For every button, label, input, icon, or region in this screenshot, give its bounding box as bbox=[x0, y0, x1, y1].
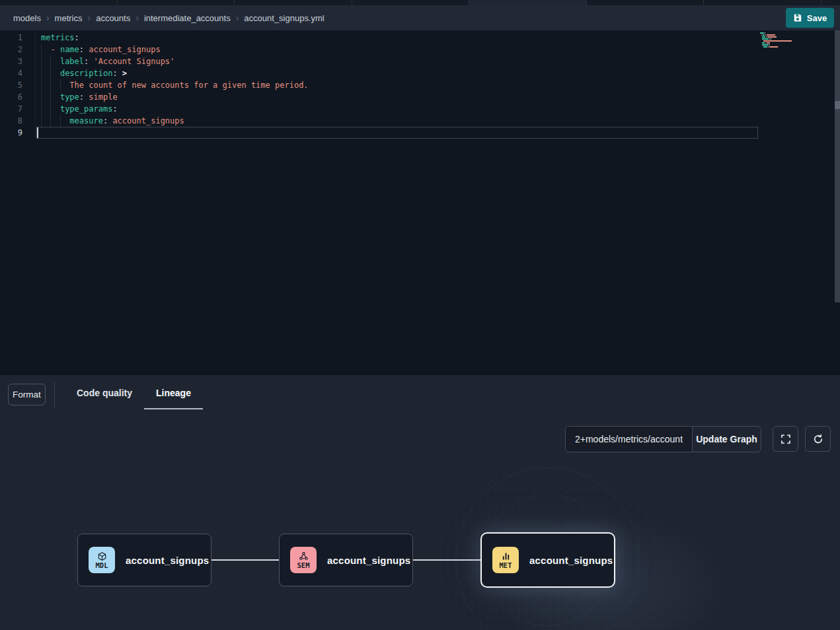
indent-guide bbox=[41, 79, 42, 91]
editor-scrollbar[interactable] bbox=[835, 30, 840, 302]
cursor-line-box bbox=[36, 127, 758, 139]
file-tab-0[interactable] bbox=[0, 0, 118, 5]
node-label: account_signups bbox=[529, 555, 613, 566]
file-tab-1[interactable] bbox=[118, 0, 235, 5]
badge-label: MET bbox=[500, 562, 512, 569]
lineage-node-model[interactable]: MDL account_signups bbox=[77, 534, 211, 586]
node-label: account_signups bbox=[126, 555, 209, 566]
save-button-label: Save bbox=[807, 13, 827, 23]
metric-icon bbox=[501, 551, 511, 561]
file-tab-2[interactable] bbox=[235, 0, 352, 5]
indent-guide bbox=[41, 44, 42, 55]
fullscreen-icon bbox=[781, 434, 791, 444]
breadcrumb: models›metrics›accounts›intermediate_acc… bbox=[13, 5, 325, 30]
badge-label: SEM bbox=[297, 562, 310, 569]
line-number: 3 bbox=[0, 55, 36, 67]
format-button[interactable]: Format bbox=[8, 384, 46, 405]
panel-divider bbox=[54, 382, 55, 408]
model-badge: MDL bbox=[89, 547, 115, 573]
indent-guide bbox=[60, 79, 61, 91]
file-tab-4[interactable] bbox=[469, 0, 587, 5]
indent-guide bbox=[41, 91, 42, 103]
node-label: account_signups bbox=[327, 555, 410, 566]
breadcrumb-chevron-icon: › bbox=[46, 13, 50, 22]
breadcrumb-bar: models›metrics›accounts›intermediate_acc… bbox=[0, 5, 840, 30]
code-line-6[interactable]: 6 type: simple bbox=[0, 91, 840, 103]
line-number: 6 bbox=[0, 91, 36, 103]
lineage-selector: Update Graph bbox=[565, 426, 761, 452]
code-line-9[interactable]: 9 bbox=[0, 127, 840, 139]
indent-guide bbox=[41, 55, 42, 67]
code-lines[interactable]: 1metrics:2 - name: account_signups3 labe… bbox=[0, 32, 840, 139]
lineage-selector-input[interactable] bbox=[566, 427, 692, 452]
breadcrumb-chevron-icon: › bbox=[135, 13, 139, 22]
metric-badge: MET bbox=[492, 547, 519, 573]
indent-guide bbox=[60, 115, 61, 127]
indent-guide bbox=[50, 115, 51, 127]
tab-code-quality[interactable]: Code quality bbox=[65, 380, 144, 409]
breadcrumb-item: models bbox=[13, 13, 41, 23]
code-line-7[interactable]: 7 type_params: bbox=[0, 103, 840, 115]
bottom-panel: Format Code quality Lineage MDL account_… bbox=[0, 375, 840, 630]
editor-scrollbar-thumb[interactable] bbox=[835, 101, 840, 109]
fullscreen-button[interactable] bbox=[773, 426, 798, 452]
code-editor[interactable]: 1metrics:2 - name: account_signups3 labe… bbox=[0, 30, 840, 375]
save-floppy-icon bbox=[793, 13, 802, 22]
semantic-model-icon bbox=[299, 551, 309, 561]
code-line-2[interactable]: 2 - name: account_signups bbox=[0, 44, 840, 55]
line-number: 1 bbox=[0, 32, 36, 44]
code-line-4[interactable]: 4 description: > bbox=[0, 67, 840, 79]
indent-guide bbox=[41, 103, 42, 115]
breadcrumb-item: account_signups.yml bbox=[244, 13, 324, 23]
lineage-edge bbox=[211, 559, 279, 561]
file-tab-3[interactable] bbox=[352, 0, 470, 5]
lineage-node-metric[interactable]: MET account_signups bbox=[480, 532, 615, 588]
file-tab-6[interactable] bbox=[704, 0, 821, 5]
tab-lineage[interactable]: Lineage bbox=[144, 380, 203, 409]
update-graph-button[interactable]: Update Graph bbox=[692, 427, 761, 452]
code-line-3[interactable]: 3 label: 'Account Signups' bbox=[0, 55, 840, 67]
panel-tabs: Code quality Lineage bbox=[65, 380, 203, 409]
refresh-button[interactable] bbox=[805, 426, 831, 452]
file-tab-5[interactable] bbox=[587, 0, 705, 5]
cube-icon bbox=[97, 551, 107, 561]
code-line-5[interactable]: 5 The count of new accounts for a given … bbox=[0, 79, 840, 91]
save-button[interactable]: Save bbox=[786, 8, 834, 28]
lineage-edge bbox=[413, 559, 480, 561]
indent-guide bbox=[50, 67, 51, 79]
lineage-node-semantic-model[interactable]: SEM account_signups bbox=[279, 534, 413, 586]
semantic-model-badge: SEM bbox=[290, 547, 317, 573]
refresh-icon bbox=[813, 434, 823, 444]
breadcrumb-chevron-icon: › bbox=[87, 13, 91, 22]
line-number: 2 bbox=[0, 44, 36, 55]
minimap[interactable] bbox=[760, 32, 834, 50]
code-line-1[interactable]: 1metrics: bbox=[0, 32, 840, 44]
line-number: 5 bbox=[0, 79, 36, 91]
breadcrumb-item: intermediate_accounts bbox=[144, 13, 231, 23]
badge-label: MDL bbox=[96, 562, 108, 569]
line-number: 9 bbox=[0, 127, 36, 139]
line-number: 7 bbox=[0, 103, 36, 115]
line-number: 8 bbox=[0, 115, 36, 127]
indent-guide bbox=[50, 55, 51, 67]
indent-guide bbox=[50, 91, 51, 103]
lineage-controls: Update Graph bbox=[565, 426, 831, 452]
breadcrumb-item: metrics bbox=[55, 13, 83, 23]
indent-guide bbox=[50, 103, 51, 115]
indent-guide bbox=[41, 115, 42, 127]
breadcrumb-chevron-icon: › bbox=[236, 13, 239, 22]
file-tab-strip[interactable] bbox=[0, 0, 840, 5]
file-tab-7[interactable] bbox=[821, 0, 840, 5]
code-line-8[interactable]: 8 measure: account_signups bbox=[0, 115, 840, 127]
breadcrumb-item: accounts bbox=[96, 13, 130, 23]
indent-guide bbox=[41, 67, 42, 79]
line-number: 4 bbox=[0, 67, 36, 79]
indent-guide bbox=[50, 79, 51, 91]
